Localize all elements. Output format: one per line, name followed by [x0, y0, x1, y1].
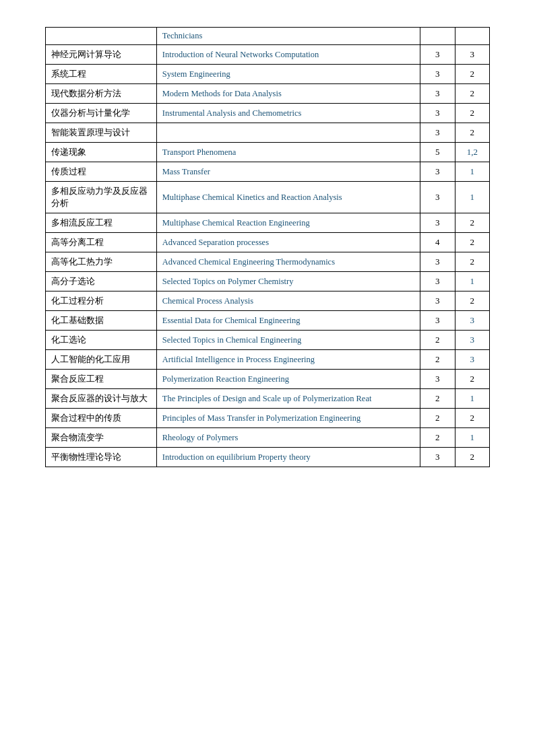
table-row: 聚合反应器的设计与放大The Principles of Design and …	[46, 389, 490, 409]
semester-cell: 2	[455, 213, 489, 233]
english-name-cell: Multiphase Chemical Kinetics and Reactio…	[156, 182, 420, 213]
semester-cell: 2	[455, 65, 489, 84]
semester-cell: 3	[455, 311, 489, 331]
credit-cell: 3	[420, 65, 455, 84]
english-name-cell: Selected Topics on Polymer Chemistry	[156, 272, 420, 291]
english-name-cell: Instrumental Analysis and Chemometrics	[156, 104, 420, 123]
chinese-name-cell: 现代数据分析方法	[46, 84, 157, 104]
semester-cell: 1,2	[455, 143, 489, 162]
english-name-cell: Artificial Intelligence in Process Engin…	[156, 350, 420, 370]
credit-cell: 3	[420, 252, 455, 272]
credit-cell: 2	[420, 409, 455, 428]
credit-cell: 3	[420, 370, 455, 389]
table-row: 高等分离工程Advanced Separation processes42	[46, 233, 490, 252]
english-name-cell: Polymerization Reaction Engineering	[156, 370, 420, 389]
credit-cell: 3	[420, 213, 455, 233]
table-row: 化工过程分析Chemical Process Analysis32	[46, 291, 490, 311]
semester-cell: 2	[455, 448, 489, 467]
chinese-name-cell: 传递现象	[46, 143, 157, 162]
chinese-name-cell: 高等化工热力学	[46, 252, 157, 272]
chinese-name-cell: 化工过程分析	[46, 291, 157, 311]
semester-cell: 2	[455, 123, 489, 143]
credit-cell: 5	[420, 143, 455, 162]
table-row: 多相流反应工程Multiphase Chemical Reaction Engi…	[46, 213, 490, 233]
semester-cell: 1	[455, 182, 489, 213]
chinese-name-cell: 神经元网计算导论	[46, 45, 157, 65]
english-name-cell: Technicians	[156, 28, 420, 45]
english-name-cell: Advanced Separation processes	[156, 233, 420, 252]
table-row: 化工基础数据Essential Data for Chemical Engine…	[46, 311, 490, 331]
table-row: 高分子选论Selected Topics on Polymer Chemistr…	[46, 272, 490, 291]
semester-cell: 2	[455, 409, 489, 428]
table-row: 智能装置原理与设计32	[46, 123, 490, 143]
chinese-name-cell: 平衡物性理论导论	[46, 448, 157, 467]
table-row: 仪器分析与计量化学Instrumental Analysis and Chemo…	[46, 104, 490, 123]
table-row: 系统工程System Engineering32	[46, 65, 490, 84]
english-name-cell: Multiphase Chemical Reaction Engineering	[156, 213, 420, 233]
table-row: 传递现象Transport Phenomena51,2	[46, 143, 490, 162]
table-row: Technicians	[46, 28, 490, 45]
credit-cell: 3	[420, 182, 455, 213]
course-table: Technicians神经元网计算导论Introduction of Neura…	[45, 27, 490, 467]
english-name-cell: The Principles of Design and Scale up of…	[156, 389, 420, 409]
table-row: 化工选论Selected Topics in Chemical Engineer…	[46, 331, 490, 350]
table-row: 聚合过程中的传质Principles of Mass Transfer in P…	[46, 409, 490, 428]
english-name-cell: System Engineering	[156, 65, 420, 84]
english-name-cell: Transport Phenomena	[156, 143, 420, 162]
chinese-name-cell: 多相反应动力学及反应器分析	[46, 182, 157, 213]
english-name-cell: Selected Topics in Chemical Engineering	[156, 331, 420, 350]
table-row: 多相反应动力学及反应器分析Multiphase Chemical Kinetic…	[46, 182, 490, 213]
english-name-cell: Advanced Chemical Engineering Thermodyna…	[156, 252, 420, 272]
credit-cell: 3	[420, 123, 455, 143]
credit-cell	[420, 28, 455, 45]
credit-cell: 3	[420, 272, 455, 291]
semester-cell	[455, 28, 489, 45]
credit-cell: 3	[420, 84, 455, 104]
credit-cell: 3	[420, 104, 455, 123]
credit-cell: 2	[420, 350, 455, 370]
semester-cell: 1	[455, 389, 489, 409]
semester-cell: 2	[455, 84, 489, 104]
chinese-name-cell: 聚合反应器的设计与放大	[46, 389, 157, 409]
credit-cell: 3	[420, 448, 455, 467]
english-name-cell: Principles of Mass Transfer in Polymeriz…	[156, 409, 420, 428]
semester-cell: 3	[455, 350, 489, 370]
semester-cell: 3	[455, 331, 489, 350]
table-row: 平衡物性理论导论Introduction on equilibrium Prop…	[46, 448, 490, 467]
semester-cell: 3	[455, 45, 489, 65]
chinese-name-cell: 聚合反应工程	[46, 370, 157, 389]
table-row: 聚合反应工程Polymerization Reaction Engineerin…	[46, 370, 490, 389]
chinese-name-cell	[46, 28, 157, 45]
credit-cell: 4	[420, 233, 455, 252]
credit-cell: 3	[420, 291, 455, 311]
chinese-name-cell: 聚合物流变学	[46, 428, 157, 448]
semester-cell: 1	[455, 272, 489, 291]
chinese-name-cell: 高分子选论	[46, 272, 157, 291]
table-row: 高等化工热力学Advanced Chemical Engineering The…	[46, 252, 490, 272]
credit-cell: 2	[420, 428, 455, 448]
english-name-cell: Modern Methods for Data Analysis	[156, 84, 420, 104]
english-name-cell: Rheology of Polymers	[156, 428, 420, 448]
english-name-cell: Introduction on equilibrium Property the…	[156, 448, 420, 467]
semester-cell: 2	[455, 104, 489, 123]
chinese-name-cell: 传质过程	[46, 162, 157, 182]
chinese-name-cell: 人工智能的化工应用	[46, 350, 157, 370]
english-name-cell: Introduction of Neural Networks Computat…	[156, 45, 420, 65]
english-name-cell: Chemical Process Analysis	[156, 291, 420, 311]
english-name-cell: Essential Data for Chemical Engineering	[156, 311, 420, 331]
chinese-name-cell: 仪器分析与计量化学	[46, 104, 157, 123]
semester-cell: 2	[455, 252, 489, 272]
table-row: 现代数据分析方法Modern Methods for Data Analysis…	[46, 84, 490, 104]
main-table-wrapper: Technicians神经元网计算导论Introduction of Neura…	[45, 27, 490, 467]
semester-cell: 2	[455, 370, 489, 389]
chinese-name-cell: 智能装置原理与设计	[46, 123, 157, 143]
chinese-name-cell: 高等分离工程	[46, 233, 157, 252]
credit-cell: 3	[420, 311, 455, 331]
semester-cell: 2	[455, 291, 489, 311]
chinese-name-cell: 聚合过程中的传质	[46, 409, 157, 428]
semester-cell: 2	[455, 233, 489, 252]
semester-cell: 1	[455, 428, 489, 448]
credit-cell: 3	[420, 162, 455, 182]
chinese-name-cell: 多相流反应工程	[46, 213, 157, 233]
chinese-name-cell: 化工基础数据	[46, 311, 157, 331]
